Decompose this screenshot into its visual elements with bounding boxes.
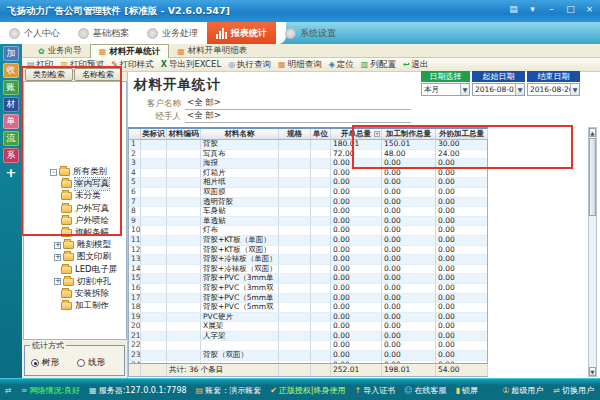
toolbar-icon: ↩ [403, 60, 410, 69]
tab-材料开单统计[interactable]: ▦材料开单统计 [90, 44, 170, 58]
total-cell [279, 364, 311, 376]
table-row[interactable]: 5相片纸0.000.000.00 [129, 178, 487, 188]
search-tab-名称检索[interactable]: 名称检索 [74, 68, 122, 81]
column-header-规格[interactable]: 规格 [279, 129, 311, 139]
table-header-row[interactable]: 类标识材料编码材料名称规格单位开单总量▾加工制作总量外协加工总量 [129, 129, 487, 140]
search-tab-类别检索[interactable]: 类别检索 [25, 68, 73, 81]
nav-item-报表统计[interactable]: 报表统计 [207, 22, 276, 44]
column-header-材料名称[interactable]: 材料名称 [201, 129, 279, 139]
sort-indicator-icon[interactable]: ▾ [374, 131, 380, 137]
table-row[interactable]: 220.000.000.00 [129, 341, 487, 351]
process-qty-cell: 0.00 [382, 169, 436, 178]
table-row[interactable]: 23背胶（双面）0.000.000.00 [129, 351, 487, 361]
side-tab-加[interactable]: 加 [3, 46, 19, 61]
side-tab-收[interactable]: 收 [3, 63, 19, 78]
side-tab-流[interactable]: 流 [3, 131, 19, 146]
chevron-down-icon[interactable]: ▼ [515, 84, 524, 95]
column-header-材料编码[interactable]: 材料编码 [167, 129, 201, 139]
table-row[interactable]: 11背胶+KT板（单面）0.000.000.00 [129, 236, 487, 246]
filter-value[interactable]: <全 部> [185, 97, 411, 110]
table-row[interactable]: 16背胶+PVC（3mm双0.000.000.00 [129, 284, 487, 294]
table-row[interactable]: 12背胶+KT板（双面）0.000.000.00 [129, 246, 487, 256]
filter-value[interactable]: <全 部> [185, 110, 411, 123]
table-row[interactable]: 1背胶180.01150.0130.00 [129, 140, 487, 150]
table-row[interactable]: 3海报0.000.000.00 [129, 159, 487, 169]
side-tab-系[interactable]: 系 [3, 148, 19, 163]
column-header-rownum[interactable] [129, 129, 141, 139]
collapse-icon[interactable]: - [50, 169, 57, 176]
tab-业务向导[interactable]: ✿业务向导 [30, 44, 90, 58]
column-header-外协加工总量[interactable]: 外协加工总量 [436, 129, 488, 139]
side-tab-add[interactable]: + [3, 165, 19, 180]
material-name-cell: 背胶+PVC（3mm双 [201, 284, 279, 293]
chevron-down-icon[interactable]: ▼ [460, 84, 469, 95]
status-账套：演示账套[interactable]: ▤账套：演示账套 [196, 385, 262, 396]
nav-item-基础档案[interactable]: 基础档案 [69, 22, 138, 44]
table-row[interactable]: 10灯布0.000.000.00 [129, 226, 487, 236]
page-icon[interactable]: ▤ [507, 3, 520, 16]
scrollbar-thumb[interactable] [589, 138, 596, 216]
table-vertical-scrollbar[interactable]: ▲ ▼ [588, 127, 597, 377]
column-header-开单总量[interactable]: 开单总量▾ [331, 129, 382, 139]
table-row[interactable]: 17背胶+PVC（5mm单0.000.000.00 [129, 294, 487, 304]
status-切换用户[interactable]: ⇌切换用户 [553, 385, 594, 396]
toolbar-button-导出到EXCEL[interactable]: X导出到EXCEL [161, 59, 221, 71]
status-正版授权|终身使用[interactable]: ✔正版授权|终身使用 [270, 385, 345, 396]
table-row[interactable]: 6双面膜0.000.000.00 [129, 188, 487, 198]
status-超级用户[interactable]: ①超级用户 [502, 385, 543, 396]
maximize-icon[interactable]: □ [564, 3, 577, 16]
scroll-down-icon[interactable]: ▼ [589, 367, 596, 376]
table-row[interactable]: 18背胶+PVC（5mm双0.000.000.00 [129, 303, 487, 313]
table-row[interactable]: 15背胶+PVC（3mm单0.000.000.00 [129, 274, 487, 284]
date-select-0[interactable]: 本月▼ [421, 83, 470, 96]
table-cell [167, 322, 201, 331]
table-row[interactable]: 2写真布72.0048.0024.00 [129, 150, 487, 160]
table-row[interactable]: 4灯箱片0.000.000.00 [129, 169, 487, 179]
column-header-单位[interactable]: 单位 [311, 129, 331, 139]
status-服务器:127.0.0.1:7798[interactable]: ▦服务器:127.0.0.1:7798 [89, 385, 186, 396]
table-row[interactable]: 9单透贴0.000.000.00 [129, 217, 487, 227]
table-row[interactable]: 20X展架0.000.000.00 [129, 322, 487, 332]
date-select-1[interactable]: 2016-08-01▼ [472, 83, 525, 96]
radio-树形[interactable]: 树形 [31, 357, 59, 369]
tab-材料开单明细表[interactable]: ▦材料开单明细表 [169, 44, 255, 58]
toolbar-button-明细查询[interactable]: ▦明细查询 [278, 59, 322, 71]
table-row[interactable]: 19PVC硬片0.000.000.00 [129, 313, 487, 323]
table-row[interactable]: 13背胶+冷裱板（单面）0.000.000.00 [129, 255, 487, 265]
folder-icon [61, 180, 72, 188]
nav-item-个人中心[interactable]: 个人中心 [0, 22, 69, 44]
table-cell [311, 274, 331, 283]
side-tab-单[interactable]: 单 [3, 114, 19, 129]
skin-icon[interactable]: ▾ [526, 3, 539, 16]
toolbar-button-退出[interactable]: ↩退出 [403, 59, 429, 71]
date-select-2[interactable]: 2016-08-26▼ [527, 83, 580, 96]
table-row[interactable]: 21人字架0.000.000.00 [129, 332, 487, 342]
column-header-类标识[interactable]: 类标识 [141, 129, 167, 139]
expand-icon[interactable]: + [54, 254, 61, 261]
table-row[interactable]: 14背胶+冷裱板（双面）0.000.000.00 [129, 265, 487, 275]
chevron-down-icon[interactable]: ▼ [570, 84, 579, 95]
minimize-icon[interactable]: – [545, 3, 558, 16]
side-tab-材[interactable]: 材 [3, 97, 19, 112]
status-导入证书[interactable]: ↑导入证书 [355, 385, 396, 396]
scroll-up-icon[interactable]: ▲ [589, 128, 596, 137]
nav-item-系统设置[interactable]: 系统设置 [276, 22, 345, 44]
side-tab-账[interactable]: 账 [3, 80, 19, 95]
status-网络情况:良好[interactable]: ∞网络情况:良好 [21, 385, 80, 396]
table-row[interactable]: 8车身贴0.000.000.00 [129, 207, 487, 217]
table-row[interactable]: 7透明背胶0.000.000.00 [129, 198, 487, 208]
radio-线形[interactable]: 线形 [77, 357, 105, 369]
nav-item-业务处理[interactable]: 业务处理 [138, 22, 207, 44]
status-在线客服[interactable]: ☺在线客服 [404, 385, 446, 396]
process-qty-cell: 0.00 [382, 294, 436, 303]
toolbar-button-定位[interactable]: ◈定位 [329, 59, 354, 71]
expand-icon[interactable]: + [54, 278, 61, 285]
toolbar-button-列配置[interactable]: ▥列配置 [361, 59, 396, 71]
toolbar-button-执行查询[interactable]: ◎执行查询 [228, 59, 271, 71]
material-name-cell: 灯箱片 [201, 169, 279, 178]
status-锁屏[interactable]: ▮锁屏 [456, 385, 478, 396]
close-icon[interactable]: × [583, 3, 596, 16]
status-sync-icon[interactable]: ⇄ [5, 386, 12, 395]
expand-icon[interactable]: + [54, 242, 61, 249]
column-header-加工制作总量[interactable]: 加工制作总量 [382, 129, 436, 139]
